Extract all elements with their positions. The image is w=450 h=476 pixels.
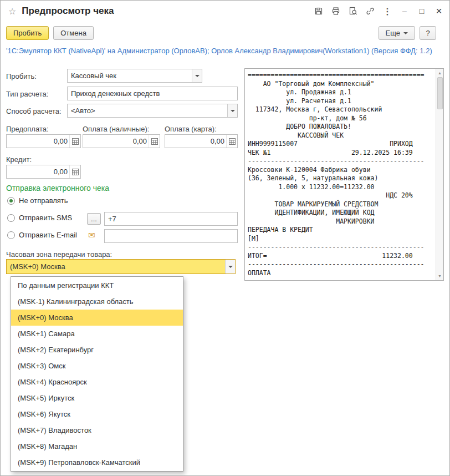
radio-do-not-send-label[interactable]: Не отправлять: [19, 196, 68, 205]
calc-method-label: Способ расчета:: [6, 107, 62, 115]
chevron-down-icon: [403, 32, 408, 34]
timezone-option[interactable]: (MSK+5) Иркутск: [11, 390, 183, 406]
credit-input[interactable]: [7, 165, 69, 178]
eticket-group-title: Отправка электронного чека: [6, 184, 109, 193]
calc-method-field: [67, 104, 238, 118]
timezone-option[interactable]: (MSK-1) Калининградская область: [11, 293, 183, 310]
command-bar: Пробить Отмена Еще ?: [1, 26, 449, 40]
payment-card-input[interactable]: [165, 135, 226, 148]
radio-send-sms-label[interactable]: Отправить SMS: [19, 214, 72, 222]
radio-button-icon[interactable]: [7, 214, 15, 222]
sms-options-button[interactable]: ...: [87, 213, 101, 225]
print-icon[interactable]: [331, 6, 341, 16]
calculator-icon[interactable]: [226, 135, 237, 148]
scrollbar-thumb[interactable]: [437, 77, 443, 109]
timezone-option[interactable]: (MSK+1) Самара: [11, 326, 183, 342]
titlebar: ☆ Предпросмотр чека: [1, 1, 449, 22]
timezone-option[interactable]: (MSK+7) Владивосток: [11, 422, 183, 438]
minimize-icon[interactable]: –: [400, 6, 410, 16]
email-field: [104, 229, 238, 243]
timezone-option[interactable]: (MSK+0) Москва: [11, 310, 183, 326]
chevron-down-icon: [195, 75, 200, 77]
favorite-star-icon[interactable]: ☆: [8, 6, 16, 17]
radio-send-email[interactable]: Отправить E-mail: [7, 231, 77, 239]
timezone-option[interactable]: (MSK+9) Петропавловск-Камчатский: [11, 454, 183, 470]
prepayment-field: [6, 134, 81, 148]
radio-button-icon[interactable]: [7, 231, 15, 239]
radio-button-icon[interactable]: [7, 197, 15, 205]
receipt-preview-window: ☆ Предпросмотр чека: [0, 0, 450, 476]
chevron-down-icon: [231, 110, 235, 112]
titlebar-icons: ⋮ – □ ×: [314, 6, 444, 16]
timezone-option[interactable]: (MSK+3) Омск: [11, 358, 183, 374]
maximize-icon[interactable]: □: [417, 6, 427, 16]
more-button-label: Еще: [386, 29, 400, 37]
radio-send-sms[interactable]: Отправить SMS: [7, 214, 72, 222]
sms-phone-input[interactable]: [105, 212, 237, 225]
close-icon[interactable]: ×: [434, 6, 444, 16]
timezone-option[interactable]: (MSK+6) Якутск: [11, 406, 183, 422]
window-title: Предпросмотр чека: [22, 6, 114, 17]
timezone-dropdown-button[interactable]: [225, 260, 235, 274]
payment-card-field: [165, 134, 238, 148]
calc-type-label: Тип расчета:: [6, 90, 48, 98]
calc-type-field: [67, 87, 238, 100]
timezone-value: (MSK+0) Москва: [7, 260, 225, 274]
calc-type-input[interactable]: [68, 87, 237, 100]
radio-do-not-send[interactable]: Не отправлять: [7, 196, 68, 205]
envelope-icon[interactable]: ✉: [88, 230, 95, 240]
timezone-option[interactable]: (MSK+2) Екатеринбург: [11, 342, 183, 358]
scroll-up-icon[interactable]: ▲: [436, 69, 443, 77]
timezone-option[interactable]: (MSK+4) Красноярск: [11, 374, 183, 390]
timezone-option[interactable]: (MSK+8) Магадан: [11, 438, 183, 454]
operation-dropdown-button[interactable]: [192, 69, 202, 82]
payment-cash-label: Оплата (наличные):: [83, 125, 149, 133]
prepayment-input[interactable]: [7, 135, 69, 148]
payment-card-label: Оплата (карта):: [165, 125, 217, 133]
commit-button[interactable]: Пробить: [6, 26, 49, 40]
save-icon[interactable]: [314, 6, 324, 16]
more-button[interactable]: Еще: [379, 26, 415, 40]
payment-cash-field: [83, 134, 160, 148]
receipt-text: ========================================…: [245, 69, 436, 280]
calc-method-input[interactable]: [68, 104, 227, 117]
payment-cash-input[interactable]: [83, 135, 149, 148]
chevron-down-icon: [228, 266, 233, 268]
operation-input[interactable]: [68, 69, 192, 82]
device-info-text: '1С:Эмулятор ККТ (NativeApi)' на Админис…: [6, 46, 445, 55]
email-input[interactable]: [105, 230, 237, 242]
calculator-icon[interactable]: [149, 135, 160, 148]
more-vert-icon[interactable]: ⋮: [382, 6, 392, 16]
calculator-icon[interactable]: [69, 165, 80, 178]
prepayment-label: Предоплата:: [6, 125, 49, 133]
cancel-button[interactable]: Отмена: [53, 26, 94, 40]
credit-label: Кредит:: [6, 155, 32, 164]
timezone-combobox[interactable]: (MSK+0) Москва: [6, 259, 236, 274]
timezone-option[interactable]: По данным регистрации ККТ: [11, 277, 183, 293]
receipt-scrollbar[interactable]: ▲ ▼: [436, 69, 443, 280]
operation-field: [67, 69, 202, 83]
timezone-label: Часовая зона передачи товара:: [6, 250, 112, 259]
calc-method-dropdown-button[interactable]: [227, 104, 237, 117]
get-link-icon[interactable]: [365, 6, 375, 16]
operation-label: Пробить:: [6, 72, 37, 80]
radio-send-email-label[interactable]: Отправить E-mail: [19, 231, 77, 239]
credit-field: [6, 165, 81, 179]
sms-phone-field: [104, 212, 238, 226]
receipt-preview-panel: ========================================…: [244, 68, 444, 281]
calculator-icon[interactable]: [69, 135, 80, 148]
help-button[interactable]: ?: [420, 26, 436, 40]
timezone-dropdown-list: По данным регистрации ККТ(MSK-1) Калинин…: [11, 276, 183, 472]
scroll-down-icon[interactable]: ▼: [436, 272, 443, 280]
print-preview-icon[interactable]: [348, 6, 358, 16]
